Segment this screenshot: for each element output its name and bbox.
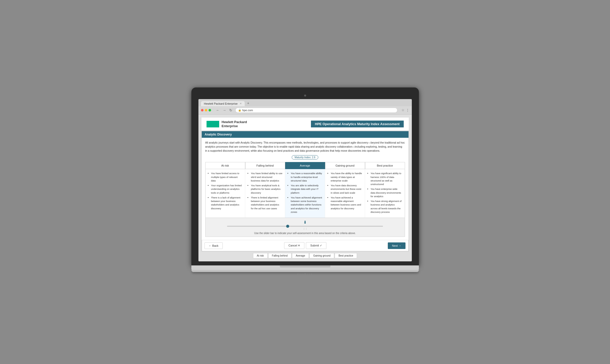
hpe-logo-text: Hewlett Packard Enterprise	[222, 120, 247, 128]
bookmark-icon[interactable]: ☆	[401, 108, 404, 112]
next-button[interactable]: Next →	[388, 242, 406, 249]
at-risk-point-2: Your organization has limited understand…	[211, 184, 243, 195]
macbook-label: MacBook	[191, 273, 419, 277]
slider-label: Use the slider bar to indicate your self…	[208, 232, 403, 235]
tab-gaining-ground[interactable]: Gaining ground	[325, 162, 365, 169]
col-average: You have a reasonable ability to handle …	[285, 169, 325, 218]
bottom-tab-at-risk[interactable]: At risk	[253, 253, 268, 258]
settings-icon[interactable]: ⋮	[406, 108, 409, 112]
browser-window: Hewlett Packard Enterprise ✕ + ← → ↻	[198, 99, 412, 261]
tab-close-icon[interactable]: ✕	[240, 102, 242, 105]
bottom-tab-average[interactable]: Average	[292, 253, 309, 258]
gaining-ground-point-3: You have achieved a reasonable alignment…	[331, 196, 362, 210]
average-point-2: You are able to selectively integrate da…	[291, 184, 322, 195]
traffic-lights	[201, 109, 211, 111]
col-best-practice: You have significant ability to harness …	[365, 169, 405, 218]
at-risk-point-3: There is a lack of alignment between you…	[211, 196, 243, 210]
forward-nav-button[interactable]: →	[222, 108, 227, 113]
down-arrow-icon: ⬇	[208, 220, 403, 225]
camera-dot	[304, 95, 306, 97]
best-practice-point-3: You have strong alignment of business an…	[371, 199, 402, 214]
at-risk-point-1: You have limited access to multiple type…	[211, 172, 243, 183]
falling-behind-point-2: You have analytical tools & platforms fo…	[251, 184, 282, 195]
hpe-header: Hewlett Packard Enterprise HPE Operation…	[201, 118, 409, 131]
bottom-tab-best-practice[interactable]: Best practice	[335, 253, 357, 258]
hpe-logo-box	[207, 121, 219, 127]
tab-at-risk[interactable]: At risk	[205, 162, 245, 169]
laptop-base	[191, 265, 419, 270]
tab-best-practice[interactable]: Best practice	[365, 162, 405, 169]
best-practice-point-2: You have enterprise wide data discovery …	[371, 187, 402, 198]
col-gaining-ground: You have the ability to handle variety o…	[325, 169, 365, 218]
screen-bezel: Hewlett Packard Enterprise ✕ + ← → ↻	[191, 87, 419, 265]
falling-behind-point-1: You have limited ability to use silo'd a…	[251, 172, 282, 183]
back-nav-button[interactable]: ←	[215, 108, 221, 113]
center-buttons: Cancel ✕ Submit ✓	[284, 242, 326, 249]
url-text: hpe.com	[242, 109, 253, 112]
bottom-tab-gaining-ground[interactable]: Gaining ground	[309, 253, 334, 258]
tab-title: Hewlett Packard Enterprise	[204, 102, 238, 105]
slider-track[interactable]	[227, 226, 383, 227]
hpe-page-title: HPE Operational Analytics Maturity Index…	[311, 121, 404, 127]
col-falling-behind: You have limited ability to use silo'd a…	[245, 169, 285, 218]
falling-behind-point-3: There is limited alignment between your …	[251, 196, 282, 210]
action-bar: ← Back Cancel ✕ Submit ✓ Next →	[202, 240, 409, 251]
page-content: Hewlett Packard Enterprise HPE Operation…	[198, 115, 412, 261]
new-tab-button[interactable]: +	[245, 100, 251, 106]
tab-average[interactable]: Average	[285, 162, 325, 169]
back-button[interactable]: ← Back	[205, 242, 223, 249]
bottom-tabs: At risk Falling behind Average Gaining g…	[201, 253, 409, 258]
refresh-nav-button[interactable]: ↻	[228, 108, 233, 113]
gaining-ground-point-1: You have the ability to handle variety o…	[331, 172, 362, 183]
slider-ticks: ⋮⋮	[208, 228, 403, 230]
hpe-logo: Hewlett Packard Enterprise	[207, 120, 247, 128]
bottom-tab-falling-behind[interactable]: Falling behind	[268, 253, 291, 258]
close-traffic-light[interactable]	[201, 109, 204, 111]
average-point-3: You have achieved alignment between some…	[291, 196, 322, 214]
active-tab[interactable]: Hewlett Packard Enterprise ✕	[201, 101, 245, 106]
average-point-1: You have a reasonable ability to handle …	[291, 172, 322, 183]
col-at-risk: You have limited access to multiple type…	[206, 169, 245, 218]
content-columns: You have limited access to multiple type…	[205, 169, 405, 218]
maturity-index-badge: Maturity Index: 2.6	[292, 155, 318, 160]
laptop-outer: Hewlett Packard Enterprise ✕ + ← → ↻	[191, 87, 419, 277]
card-description: All analytic journeys start with Analyti…	[205, 141, 405, 153]
minimize-traffic-light[interactable]	[205, 109, 207, 111]
cancel-button[interactable]: Cancel ✕	[284, 242, 304, 249]
laptop-stand	[191, 270, 419, 272]
card-body: All analytic journeys start with Analyti…	[202, 138, 409, 240]
browser-chrome: ← → ↻ 🔒 hpe.com ☆ ⋮	[198, 106, 412, 115]
slider-thumb[interactable]	[286, 225, 289, 228]
address-bar[interactable]: 🔒 hpe.com	[235, 108, 397, 113]
maximize-traffic-light[interactable]	[209, 109, 211, 111]
gaining-ground-point-2: You have data discovery environments but…	[331, 184, 362, 195]
browser-nav: ← → ↻	[215, 108, 233, 113]
level-tabs: At risk Falling behind Average Gaining g…	[205, 162, 405, 169]
best-practice-point-1: You have significant ability to harness …	[371, 172, 402, 186]
tab-bar: Hewlett Packard Enterprise ✕ +	[198, 99, 412, 106]
assessment-card: Analytic Discovery All analytic journeys…	[201, 131, 409, 252]
tab-falling-behind[interactable]: Falling behind	[245, 162, 285, 169]
slider-area: ⬇ ⋮⋮ Use the slider bar to indicate your…	[205, 218, 405, 237]
submit-button[interactable]: Submit ✓	[306, 242, 326, 249]
card-header: Analytic Discovery	[202, 131, 409, 138]
